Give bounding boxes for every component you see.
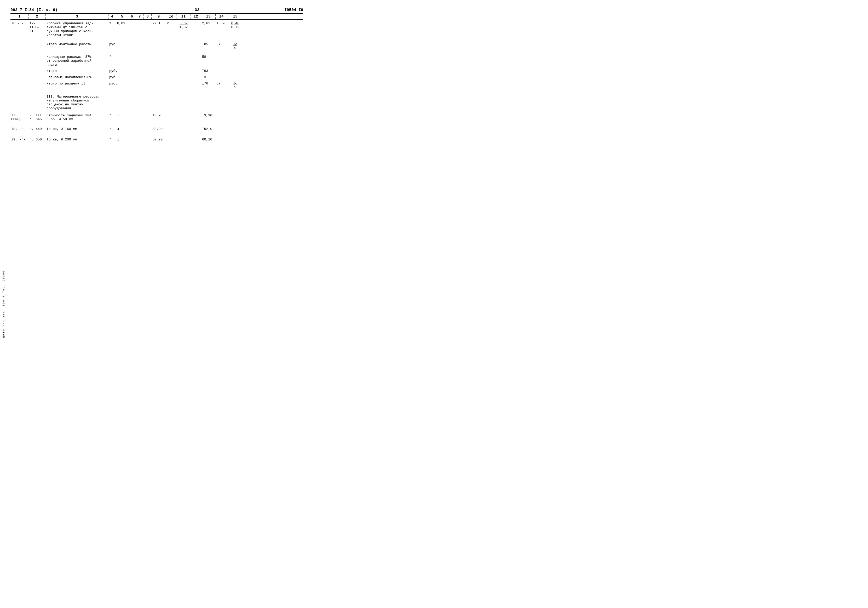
col-header-5: 5 <box>116 14 128 19</box>
cell-16-2: I2-IIO5- -I <box>29 21 46 33</box>
cell-16-5: 0,09 <box>116 21 128 26</box>
cell-18-2: п. 649 <box>29 127 46 131</box>
cell-16-15: 0,48 0,I2 <box>227 21 243 30</box>
page-header: 902-7-I.84 (Ï. к. 6) 32 I9504-I0 <box>11 8 303 12</box>
doc-code: 902-7-I.84 (Ï. к. 6) <box>11 8 57 12</box>
cell-18-9: 38,00 <box>152 127 166 131</box>
cell-16-1: I6,-"- <box>11 21 29 26</box>
col-header-10: Io <box>166 14 177 19</box>
row-spacer <box>11 50 303 54</box>
cell-19-9: 60,20 <box>152 137 166 142</box>
page-number: 32 <box>195 8 200 12</box>
cell-19-4: " <box>108 137 116 142</box>
table-row: I7. ССРЦН ч. III п. 645 Стоимость задвиж… <box>11 112 303 124</box>
column-headers: I 2 3 4 5 6 7 8 9 Io II I2 I3 I4 I5 <box>11 13 303 20</box>
cell-it3-14: 67 <box>215 81 227 86</box>
cell-19-5: I <box>116 137 128 142</box>
cell-16-7 <box>136 21 144 22</box>
cell-16-15-top: 0,48 <box>228 22 242 25</box>
cell-itm-3: Итого монтажные работы <box>46 42 108 47</box>
col-header-7: 7 <box>136 14 144 19</box>
cell-18-3: То же, Ø I60 мм <box>46 127 108 131</box>
row-spacer-4 <box>11 134 303 136</box>
col-header-9: 9 <box>152 14 166 19</box>
col-header-11: II <box>177 14 191 19</box>
table-row: Итого руб. I63 <box>11 68 303 75</box>
cell-16-3: Колонка управления зад- вижками ДУ 100-2… <box>46 21 108 37</box>
col-header-12: I2 <box>191 14 201 19</box>
cell-18-13: I52,0 <box>201 127 215 131</box>
cell-19-1: I9. -"- <box>11 137 29 142</box>
cell-it3-3: Итого по разделу II <box>46 81 108 86</box>
col-header-1: I <box>11 14 29 19</box>
col-header-15: I5 <box>227 14 243 19</box>
cell-pln-13: I3 <box>201 75 215 79</box>
table-row: III. Материальные ресурсы, не учтенные с… <box>11 94 303 112</box>
cell-17-5: I <box>116 113 128 118</box>
table-row: I6,-"- I2-IIO5- -I Колонка управления за… <box>11 20 303 41</box>
cell-16-11-bot: I,32 <box>180 25 188 29</box>
cell-s3-3: III. Материальные ресурсы, не учтенные с… <box>46 95 108 110</box>
col-header-6: 6 <box>128 14 136 19</box>
cell-pln-3: Плановые накопления-8% <box>46 75 108 79</box>
cell-19-2: п. 650 <box>29 137 46 142</box>
cell-19-3: То же, Ø 200 мм <box>46 137 108 142</box>
cell-it2-4: руб. <box>108 69 116 73</box>
col-header-2: 2 <box>29 14 46 19</box>
cell-18-4: " <box>108 127 116 131</box>
cell-16-6 <box>128 21 136 22</box>
cell-itm-15: Io 5 <box>227 42 243 50</box>
cell-17-4: " <box>108 113 116 118</box>
gost-code: I9504-I0 <box>284 8 303 12</box>
cell-nak-3: Накладные расходы -87% от основной зараб… <box>46 54 108 67</box>
table-row: I8. -"- п. 649 То же, Ø I60 мм " 4 38,00… <box>11 126 303 134</box>
cell-nak-13: 58 <box>201 54 215 59</box>
cell-17-2: ч. III п. 645 <box>29 113 46 121</box>
cell-16-13: 2,62 <box>201 21 215 26</box>
table-row: Плановые накопления-8% руб. I3 <box>11 75 303 81</box>
cell-itm-14: 67 <box>215 42 227 47</box>
cell-16-10: 2I <box>166 21 177 26</box>
col-header-4: 4 <box>108 14 116 19</box>
cell-19-13: 60,20 <box>201 137 215 142</box>
cell-16-4: т <box>108 21 116 26</box>
row-spacer-2 <box>11 90 303 94</box>
cell-it3-15: Io 5 <box>227 81 243 90</box>
cell-it2-3: Итого <box>46 69 108 73</box>
col-header-8: 8 <box>144 14 152 19</box>
col-header-13: I3 <box>201 14 215 19</box>
cell-16-15-bot: 0,I2 <box>231 25 239 29</box>
cell-16-11-top: 5,37 <box>177 22 190 25</box>
cell-itm-4: руб. <box>108 42 116 47</box>
row-spacer-3 <box>11 124 303 126</box>
cell-16-14: I,89 <box>215 21 227 26</box>
cell-it2-13: I63 <box>201 69 215 73</box>
table-row: Итого по разделу II руб. I76 67 Io 5 <box>11 81 303 90</box>
cell-16-9: 29,I <box>152 21 166 26</box>
col-header-3: 3 <box>46 14 108 19</box>
cell-17-3: Стоимость задвижки 304 6 бр. Ø 50 мм <box>46 113 108 121</box>
cell-17-13: I3,90 <box>201 113 215 118</box>
cell-18-1: I8. -"- <box>11 127 29 131</box>
cell-16-8 <box>144 21 152 22</box>
cell-17-1: I7. ССРЦН <box>11 113 29 121</box>
table-row: I9. -"- п. 650 То же, Ø 200 мм " I 60,20… <box>11 136 303 145</box>
table-row: Накладные расходы -87% от основной зараб… <box>11 54 303 68</box>
cell-it3-13: I76 <box>201 81 215 86</box>
cell-18-5: 4 <box>116 127 128 131</box>
cell-16-11: 5,37 I,32 <box>177 21 191 30</box>
cell-nak-4: " <box>108 54 116 59</box>
cell-16-12 <box>191 21 201 22</box>
col-header-14: I4 <box>215 14 227 19</box>
cell-17-9: I3,9 <box>152 113 166 118</box>
table-row: Итого монтажные работы руб. I05 67 Io 5 <box>11 41 303 50</box>
cell-it3-4: руб. <box>108 81 116 86</box>
cell-pln-4: руб. <box>108 75 116 79</box>
cell-itm-13: I05 <box>201 42 215 47</box>
